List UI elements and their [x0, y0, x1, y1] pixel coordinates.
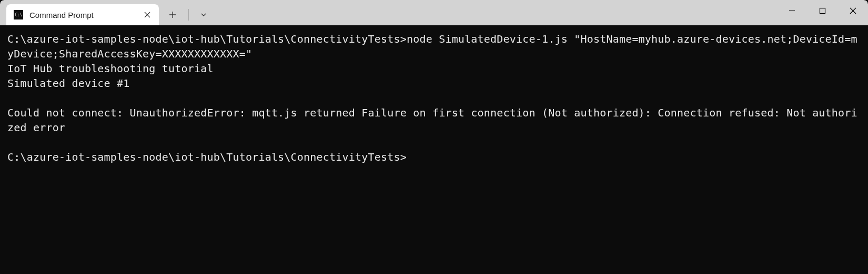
close-icon	[850, 7, 856, 14]
close-window-button[interactable]	[837, 0, 868, 21]
close-icon	[144, 12, 150, 18]
terminal-line: Simulated device #1	[7, 76, 861, 91]
new-tab-button[interactable]	[161, 5, 184, 24]
tab-title: Command Prompt	[29, 11, 141, 19]
cmd-icon: C:\	[14, 10, 23, 19]
terminal-line	[7, 91, 861, 105]
chevron-down-icon	[200, 11, 207, 18]
maximize-button[interactable]	[807, 0, 837, 21]
tab-command-prompt[interactable]: C:\ Command Prompt	[6, 4, 159, 25]
terminal-line: C:\azure-iot-samples-node\iot-hub\Tutori…	[7, 32, 861, 61]
terminal-line: C:\azure-iot-samples-node\iot-hub\Tutori…	[7, 150, 861, 164]
plus-icon	[169, 11, 176, 18]
terminal-output[interactable]: C:\azure-iot-samples-node\iot-hub\Tutori…	[0, 25, 868, 274]
tab-dropdown-button[interactable]	[192, 5, 215, 24]
terminal-line: IoT Hub troubleshooting tutorial	[7, 61, 861, 76]
tab-close-button[interactable]	[141, 8, 154, 21]
window-controls	[776, 0, 868, 21]
titlebar: C:\ Command Prompt	[0, 0, 868, 25]
terminal-line	[7, 135, 861, 150]
terminal-line: Could not connect: UnauthorizedError: mq…	[7, 105, 861, 135]
minimize-button[interactable]	[776, 0, 807, 21]
svg-rect-0	[820, 8, 825, 13]
tabbar-divider	[188, 9, 189, 21]
minimize-icon	[789, 7, 795, 14]
tabbar-actions	[159, 4, 215, 25]
maximize-icon	[819, 7, 826, 14]
